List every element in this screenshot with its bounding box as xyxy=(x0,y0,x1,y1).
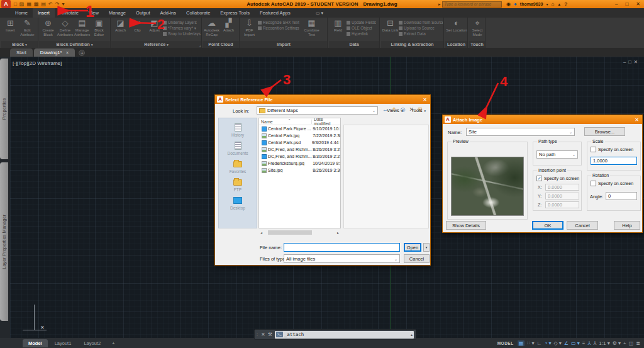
angle-input[interactable] xyxy=(606,192,637,200)
field-button[interactable]: ▥ Field xyxy=(330,18,347,33)
panel-title-reference[interactable]: Reference▾ xyxy=(111,41,201,48)
recognition-settings-button[interactable]: Recognition Settings xyxy=(258,26,303,30)
viewport-window-controls[interactable]: –□✕ xyxy=(623,59,640,65)
command-line-bar[interactable]: ⁞ ✕ ⚒ >_ _attach ▴ xyxy=(254,329,416,340)
scroll-left-icon[interactable]: ◂ xyxy=(258,230,264,235)
place-favorites[interactable]: Favorites xyxy=(219,160,257,174)
ribbon-tab[interactable]: Insert xyxy=(33,8,55,18)
insert-block-button[interactable]: ⊞ Insert xyxy=(2,18,19,33)
file-list-header[interactable]: Name ˆ Date modified xyxy=(259,118,340,125)
place-ftp[interactable]: FTP xyxy=(219,178,257,192)
clip-button[interactable]: ✂ Clip xyxy=(129,18,146,33)
extract-data-button[interactable]: Extract Data xyxy=(399,31,443,36)
layout1-tab[interactable]: Layout1 xyxy=(49,339,77,347)
app-store-icon[interactable]: ⌂ xyxy=(551,1,554,7)
panel-title-location[interactable]: Location xyxy=(445,41,467,48)
panel-title-point-cloud[interactable]: Point Cloud xyxy=(203,41,239,48)
ribbon-tab[interactable]: Add-ins xyxy=(155,8,181,18)
dialog-close-icon[interactable]: ✕ xyxy=(423,97,428,103)
tab-close-icon[interactable]: ✕ xyxy=(65,50,69,55)
recent-commands-icon[interactable]: >_ xyxy=(276,332,283,337)
ribbon-tab[interactable]: View xyxy=(84,8,104,18)
search-go-icon[interactable]: ▸ xyxy=(438,2,441,7)
create-block-button[interactable]: ⊕ Create Block xyxy=(40,18,57,36)
recognize-shx-text-button[interactable]: Recognize SHX Text xyxy=(258,20,303,25)
layout2-tab[interactable]: Layout2 xyxy=(78,339,106,347)
model-tab[interactable]: Model xyxy=(23,339,48,347)
place-history[interactable]: History xyxy=(219,123,257,137)
ribbon-tab[interactable]: Manage xyxy=(104,8,131,18)
annotation-scale-value[interactable]: 1:1 ▾ xyxy=(599,340,609,346)
adjust-button[interactable]: ◩ Adjust xyxy=(146,18,163,33)
show-details-button[interactable]: Show Details xyxy=(446,221,486,230)
ribbon-tab[interactable]: Annotate xyxy=(55,8,84,18)
select-mode-button[interactable]: ⌖ Select Mode xyxy=(470,18,485,36)
panel-title-block-definition[interactable]: Block Definition▾ xyxy=(39,41,110,48)
help-icon[interactable]: ? xyxy=(564,1,567,7)
scale-input[interactable] xyxy=(591,157,637,165)
place-desktop[interactable]: Desktop xyxy=(219,196,257,210)
lineweight-icon[interactable]: ≡ xyxy=(582,340,586,346)
panel-title-data[interactable]: Data xyxy=(329,41,379,48)
grid-display-icon[interactable]: ▦ xyxy=(518,340,525,346)
annotation-visibility-icon[interactable]: ⅄ xyxy=(588,340,591,346)
attach-point-cloud-button[interactable]: ▞ Attach xyxy=(220,18,237,33)
autodesk-recap-button[interactable]: ☁ Autodesk ReCap xyxy=(203,18,220,36)
checkbox-unchecked-icon[interactable] xyxy=(591,147,596,152)
update-fields-button[interactable]: Update Fields xyxy=(347,20,376,25)
browse-button[interactable]: Browse... xyxy=(584,127,625,136)
combine-text-button[interactable]: ▦ Combine Text xyxy=(303,18,320,36)
username[interactable]: thoma9639 xyxy=(520,2,543,6)
tools-menu[interactable]: Tools▾ xyxy=(411,108,426,113)
polar-tracking-icon[interactable]: ◔ ▾ xyxy=(544,340,551,346)
file-row[interactable]: DC,Fred, and Richm... 8/26/2019 3:21 xyxy=(259,146,340,153)
views-menu[interactable]: Views▾ xyxy=(387,108,402,113)
panel-title-linking-extraction[interactable]: Linking & Extraction xyxy=(381,41,443,48)
file-row[interactable]: Central Park.psd 9/3/2019 4:44 P xyxy=(259,139,340,146)
command-customize-icon[interactable]: ⚒ xyxy=(268,332,272,337)
ok-button[interactable]: OK xyxy=(532,221,564,230)
drag-grip-icon[interactable]: ⁞ xyxy=(257,332,258,337)
block-editor-button[interactable]: ▣ Block Editor xyxy=(91,18,108,36)
image-name-dropdown[interactable]: Site⌄ xyxy=(466,128,575,136)
place-documents[interactable]: Documents xyxy=(219,142,257,155)
file-row[interactable]: DC,Fred, and Richm... 8/30/2019 2:21 xyxy=(259,153,340,160)
open-button[interactable]: Open xyxy=(404,243,421,252)
open-options-caret-icon[interactable]: ▾ xyxy=(423,243,430,252)
properties-palette-tab[interactable]: Properties xyxy=(0,59,8,159)
checkbox-unchecked-icon[interactable] xyxy=(591,181,596,186)
horizontal-scrollbar[interactable]: ◂ ▸ xyxy=(258,230,341,235)
frames-vary-button[interactable]: *Frames vary* ▾ xyxy=(163,26,201,30)
customization-icon[interactable]: ≣ xyxy=(636,340,640,346)
workspace-switching-icon[interactable]: ⚙ ▾ xyxy=(613,340,621,346)
look-in-dropdown[interactable]: Different Maps ⌄ xyxy=(257,106,378,115)
panel-title-touch[interactable]: Touch xyxy=(469,41,485,48)
isometric-drafting-icon[interactable]: ◇ ▾ xyxy=(553,340,561,346)
file-row[interactable]: Central Park.jpg 7/22/2019 2:36 xyxy=(259,132,340,139)
search-icon[interactable]: ◉ xyxy=(506,1,511,7)
dialog-title-bar[interactable]: A Attach Image ✕ xyxy=(443,115,642,124)
command-close-icon[interactable]: ✕ xyxy=(261,332,265,337)
dialog-title-bar[interactable]: A Select Reference File ✕ xyxy=(215,95,430,104)
path-type-dropdown[interactable]: No path⌄ xyxy=(536,150,578,159)
isolate-objects-icon[interactable]: ◫ xyxy=(629,340,634,346)
file-row[interactable]: Site.jpg 8/26/2019 3:30 xyxy=(259,167,340,174)
scroll-right-icon[interactable]: ▸ xyxy=(335,230,341,235)
ribbon-tab[interactable]: Home xyxy=(10,8,33,18)
upload-to-source-button[interactable]: Upload to Source xyxy=(399,26,443,30)
ole-object-button[interactable]: OLE Object xyxy=(347,26,376,30)
panel-expand-icon[interactable]: ⌟ xyxy=(199,43,201,47)
user-menu-caret-icon[interactable]: ▾ xyxy=(546,2,548,6)
insertion-specify-checkbox[interactable]: ✓ Specify on-screen xyxy=(536,176,579,181)
object-snap-icon[interactable]: ▭ ▾ xyxy=(571,340,580,346)
pdf-import-button[interactable]: ⇩ PDF Import xyxy=(241,18,258,36)
rotation-specify-checkbox[interactable]: Specify on-screen xyxy=(591,181,633,186)
checkbox-checked-icon[interactable]: ✓ xyxy=(536,176,542,181)
tab-start[interactable]: Start xyxy=(10,48,33,57)
ortho-mode-icon[interactable]: ∟ xyxy=(537,340,542,346)
snap-to-underlays-button[interactable]: Snap to Underlays ON ▾ xyxy=(163,31,201,36)
underlay-layers-button[interactable]: Underlay Layers xyxy=(163,20,201,25)
ribbon-tab[interactable]: Output xyxy=(131,8,155,18)
ribbon-display-icon[interactable]: ▭ ▾ xyxy=(311,8,328,18)
download-from-source-button[interactable]: Download from Source xyxy=(399,20,443,25)
